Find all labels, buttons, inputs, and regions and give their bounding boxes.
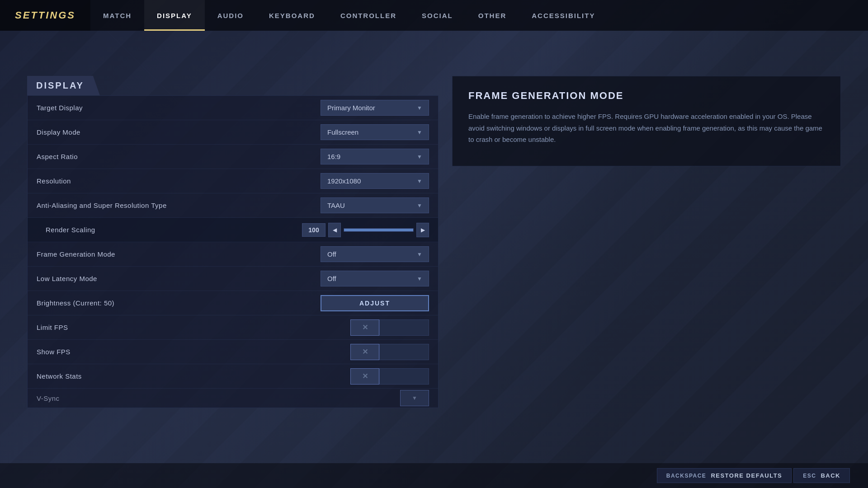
setting-row-network-stats: Network Stats ✕ <box>28 364 438 389</box>
aspect-ratio-dropdown[interactable]: 16:9 ▼ <box>321 149 429 164</box>
limit-fps-control: ✕ <box>350 319 429 336</box>
slider-right-arrow[interactable]: ▶ <box>416 223 429 237</box>
dropdown-arrow-icon: ▼ <box>417 251 422 258</box>
show-fps-control: ✕ <box>350 344 429 360</box>
info-panel: FRAME GENERATION MODE Enable frame gener… <box>452 76 841 166</box>
toggle-x-icon: ✕ <box>362 323 368 332</box>
network-stats-label: Network Stats <box>37 372 350 380</box>
restore-defaults-button[interactable]: BACKSPACE RESTORE DEFAULTS <box>657 468 792 483</box>
setting-row-anti-aliasing: Anti-Aliasing and Super Resolution Type … <box>28 193 438 218</box>
frame-generation-control: Off ▼ <box>321 246 429 262</box>
setting-row-display-mode: Display Mode Fullscreen ▼ <box>28 120 438 145</box>
adjust-button[interactable]: ADJUST <box>321 295 429 311</box>
dropdown-arrow-icon: ▼ <box>412 395 417 401</box>
anti-aliasing-control: TAAU ▼ <box>321 197 429 213</box>
slider-fill <box>344 229 413 231</box>
bottom-bar: BACKSPACE RESTORE DEFAULTS ESC BACK <box>0 463 868 488</box>
slider-left-arrow[interactable]: ◀ <box>328 223 341 237</box>
brightness-label: Brightness (Current: 50) <box>37 299 321 307</box>
toggle-x-icon: ✕ <box>362 372 368 380</box>
nav-item-controller[interactable]: CONTROLLER <box>328 0 409 31</box>
display-mode-label: Display Mode <box>37 128 321 136</box>
restore-defaults-key: BACKSPACE <box>666 473 707 479</box>
render-scaling-label: Render Scaling <box>46 226 302 234</box>
dropdown-arrow-icon: ▼ <box>417 202 422 209</box>
network-stats-toggle[interactable]: ✕ <box>350 368 379 385</box>
logo: SETTINGS <box>0 0 90 31</box>
network-stats-control: ✕ <box>350 368 429 385</box>
show-fps-label: Show FPS <box>37 348 350 356</box>
settings-panel: DISPLAY Target Display Primary Monitor ▼… <box>27 76 439 408</box>
setting-row-resolution: Resolution 868x488 ▼ <box>28 169 438 193</box>
resolution-dropdown[interactable]: 868x488 ▼ <box>321 173 429 189</box>
info-title: FRAME GENERATION MODE <box>468 90 825 102</box>
nav-item-audio[interactable]: AUDIO <box>205 0 256 31</box>
info-text: Enable frame generation to achieve highe… <box>468 111 825 145</box>
v-sync-control: ▼ <box>400 390 429 406</box>
main-content: DISPLAY Target Display Primary Monitor ▼… <box>0 31 868 488</box>
section-title: DISPLAY <box>27 76 100 95</box>
dropdown-arrow-icon: ▼ <box>417 129 422 136</box>
nav-item-keyboard[interactable]: KEYBOARD <box>256 0 328 31</box>
show-fps-input[interactable] <box>379 344 429 360</box>
render-scaling-value: 100 <box>302 223 326 237</box>
resolution-label: Resolution <box>37 177 321 185</box>
setting-row-brightness: Brightness (Current: 50) ADJUST <box>28 291 438 315</box>
setting-row-show-fps: Show FPS ✕ <box>28 340 438 364</box>
setting-row-render-scaling: Render Scaling 100 ◀ ▶ <box>28 218 438 242</box>
target-display-label: Target Display <box>37 104 321 112</box>
dropdown-arrow-icon: ▼ <box>417 178 422 184</box>
v-sync-toggle[interactable]: ▼ <box>400 390 429 406</box>
brightness-control: ADJUST <box>321 295 429 311</box>
low-latency-dropdown[interactable]: Off ▼ <box>321 271 429 286</box>
display-mode-control: Fullscreen ▼ <box>321 124 429 140</box>
setting-row-target-display: Target Display Primary Monitor ▼ <box>28 96 438 120</box>
setting-row-frame-generation: Frame Generation Mode Off ▼ <box>28 242 438 267</box>
render-scaling-control: 100 ◀ ▶ <box>302 223 429 237</box>
anti-aliasing-dropdown[interactable]: TAAU ▼ <box>321 197 429 213</box>
navigation: MATCH DISPLAY AUDIO KEYBOARD CONTROLLER … <box>90 0 868 31</box>
setting-row-limit-fps: Limit FPS ✕ <box>28 315 438 340</box>
network-stats-input[interactable] <box>379 368 429 385</box>
resolution-control: 868x488 ▼ <box>321 173 429 189</box>
frame-generation-dropdown[interactable]: Off ▼ <box>321 246 429 262</box>
dropdown-arrow-icon: ▼ <box>417 276 422 282</box>
limit-fps-label: Limit FPS <box>37 324 350 331</box>
display-mode-dropdown[interactable]: Fullscreen ▼ <box>321 124 429 140</box>
show-fps-toggle[interactable]: ✕ <box>350 344 379 360</box>
topbar: SETTINGS MATCH DISPLAY AUDIO KEYBOARD CO… <box>0 0 868 31</box>
restore-defaults-label: RESTORE DEFAULTS <box>711 472 782 479</box>
aspect-ratio-control: 16:9 ▼ <box>321 149 429 164</box>
nav-item-other[interactable]: OTHER <box>466 0 519 31</box>
target-display-control: Primary Monitor ▼ <box>321 100 429 116</box>
target-display-dropdown[interactable]: Primary Monitor ▼ <box>321 100 429 116</box>
settings-list: Target Display Primary Monitor ▼ Display… <box>27 95 439 408</box>
logo-text: SETTINGS <box>15 9 75 21</box>
setting-row-low-latency: Low Latency Mode Off ▼ <box>28 267 438 291</box>
low-latency-control: Off ▼ <box>321 271 429 286</box>
back-button[interactable]: ESC BACK <box>793 468 850 483</box>
v-sync-label: V-Sync <box>37 394 400 402</box>
nav-item-social[interactable]: SOCIAL <box>409 0 466 31</box>
nav-item-match[interactable]: MATCH <box>90 0 144 31</box>
low-latency-label: Low Latency Mode <box>37 275 321 282</box>
setting-row-v-sync: V-Sync ▼ <box>28 389 438 408</box>
aspect-ratio-label: Aspect Ratio <box>37 153 321 160</box>
slider-track[interactable] <box>344 228 414 232</box>
frame-generation-label: Frame Generation Mode <box>37 250 321 258</box>
anti-aliasing-label: Anti-Aliasing and Super Resolution Type <box>37 202 321 209</box>
dropdown-arrow-icon: ▼ <box>417 154 422 160</box>
limit-fps-input[interactable] <box>379 319 429 336</box>
limit-fps-toggle[interactable]: ✕ <box>350 319 379 336</box>
nav-item-accessibility[interactable]: ACCESSIBILITY <box>519 0 608 31</box>
back-label: BACK <box>821 472 840 479</box>
setting-row-aspect-ratio: Aspect Ratio 16:9 ▼ <box>28 145 438 169</box>
toggle-x-icon: ✕ <box>362 347 368 356</box>
back-key: ESC <box>803 473 816 479</box>
nav-item-display[interactable]: DISPLAY <box>144 0 205 31</box>
dropdown-arrow-icon: ▼ <box>417 105 422 111</box>
